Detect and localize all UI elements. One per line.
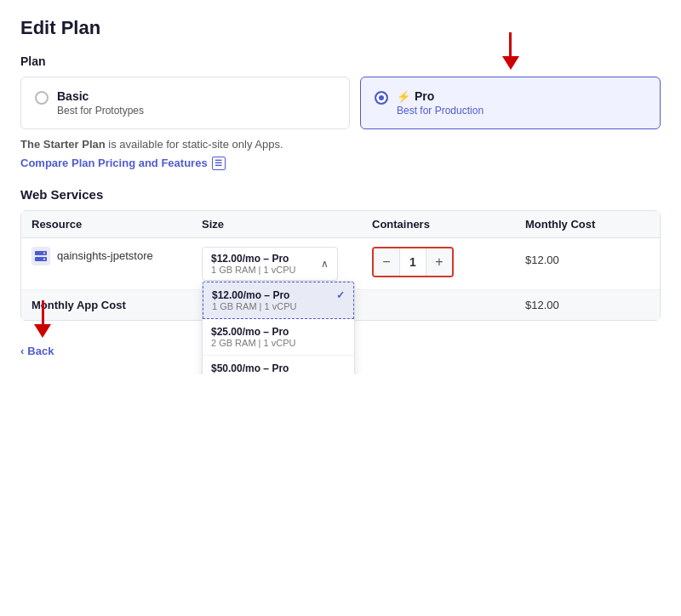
chevron-up-icon: ∧: [321, 258, 329, 270]
dropdown-item-active[interactable]: $12.00/mo – Pro ✓ 1 GB RAM | 1 vCPU: [203, 282, 354, 319]
plan-subtitle-basic: Best for Prototypes: [57, 105, 144, 117]
containers-box: − 1 +: [372, 247, 454, 277]
dropdown-item-specs-0: 1 GB RAM | 1 vCPU: [212, 301, 345, 311]
dropdown-item-price-2: $50.00/mo – Pro: [211, 362, 289, 374]
compare-icon: ☰: [212, 157, 226, 170]
containers-cell: − 1 +: [372, 247, 525, 277]
plan-name-basic: Basic: [57, 89, 144, 103]
dropdown-item-price-1: $25.00/mo – Pro: [211, 326, 289, 338]
web-services-label: Web Services: [20, 187, 661, 202]
back-chevron-icon: ‹: [20, 345, 24, 357]
plan-subtitle-pro: Best for Production: [397, 105, 484, 117]
plan-card-pro[interactable]: ⚡ Pro Best for Production: [360, 77, 661, 129]
dropdown-item-price-0: $12.00/mo – Pro: [212, 289, 289, 301]
plan-info-pro: ⚡ Pro Best for Production: [397, 89, 484, 117]
header-resource: Resource: [31, 218, 202, 231]
header-size: Size: [202, 218, 372, 231]
compare-link[interactable]: Compare Plan Pricing and Features ☰: [20, 157, 226, 170]
plan-cards-container: Basic Best for Prototypes ⚡ Pro Best for…: [20, 77, 661, 129]
svg-point-3: [43, 252, 45, 254]
page-title: Edit Plan: [20, 17, 661, 39]
arrow-back-indicator: [34, 300, 51, 338]
server-icon: [35, 251, 47, 261]
check-mark-icon: ✓: [336, 289, 345, 301]
starter-note: The Starter Plan is available for static…: [20, 138, 661, 151]
back-button[interactable]: ‹ Back: [20, 345, 54, 357]
size-dropdown-list: $12.00/mo – Pro ✓ 1 GB RAM | 1 vCPU $25.…: [202, 281, 355, 374]
monthly-cost-cell: $12.00: [525, 247, 650, 266]
lightning-icon: ⚡: [397, 90, 410, 103]
back-section: ‹ Back: [20, 341, 54, 357]
services-table: Resource Size Containers Monthly Cost qa…: [20, 210, 661, 321]
svg-marker-0: [502, 56, 519, 70]
size-sub: 1 GB RAM | 1 vCPU: [211, 265, 295, 275]
resource-name: qainsights-jpetstore: [57, 249, 153, 262]
decrement-button[interactable]: −: [374, 248, 399, 276]
svg-marker-6: [34, 324, 51, 338]
resource-icon: [31, 247, 50, 265]
dropdown-item-specs-1: 2 GB RAM | 1 vCPU: [211, 338, 346, 348]
back-label: Back: [27, 345, 54, 357]
radio-pro[interactable]: [375, 91, 388, 105]
arrow-down-back-icon: [34, 324, 51, 338]
container-count: 1: [399, 248, 426, 276]
resource-cell: qainsights-jpetstore: [31, 247, 202, 265]
size-dropdown-wrapper: $12.00/mo – Pro 1 GB RAM | 1 vCPU ∧: [202, 247, 372, 281]
dropdown-item-1[interactable]: $25.00/mo – Pro 2 GB RAM | 1 vCPU: [203, 319, 354, 356]
dropdown-item-2[interactable]: $50.00/mo – Pro 4 GB RAM | 2 vCPUs: [203, 356, 354, 374]
header-containers: Containers: [372, 218, 525, 231]
table-header: Resource Size Containers Monthly Cost: [21, 211, 660, 238]
svg-point-4: [43, 258, 45, 260]
plan-section-label: Plan: [20, 54, 661, 68]
monthly-app-label: Monthly App Cost: [31, 299, 202, 311]
dropdown-item-0-wrapper: $12.00/mo – Pro ✓ 1 GB RAM | 1 vCPU: [203, 282, 354, 319]
size-dropdown-button[interactable]: $12.00/mo – Pro 1 GB RAM | 1 vCPU ∧: [202, 247, 338, 281]
table-row: qainsights-jpetstore $12.00/mo – Pro 1 G…: [21, 238, 660, 290]
arrow-down-icon: [502, 56, 519, 70]
increment-button[interactable]: +: [426, 248, 452, 276]
arrow-pro-indicator: [502, 32, 519, 70]
size-main: $12.00/mo – Pro: [211, 253, 295, 265]
plan-name-pro: ⚡ Pro: [397, 89, 484, 103]
monthly-app-cost: $12.00: [525, 299, 650, 311]
plan-info-basic: Basic Best for Prototypes: [57, 89, 144, 117]
radio-basic[interactable]: [35, 91, 49, 105]
header-monthly-cost: Monthly Cost: [525, 218, 650, 231]
plan-card-basic[interactable]: Basic Best for Prototypes: [20, 77, 350, 129]
